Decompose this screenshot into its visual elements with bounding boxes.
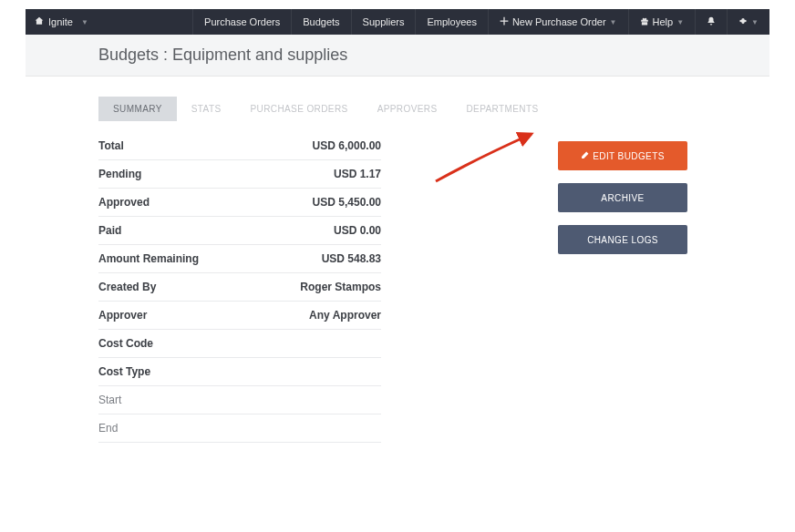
summary-row: Amount RemainingUSD 548.83 [98, 245, 381, 273]
page-header: Budgets : Equipment and supplies [26, 35, 769, 77]
change-logs-button[interactable]: CHANGE LOGS [558, 225, 687, 254]
summary-row: ApprovedUSD 5,450.00 [98, 189, 381, 217]
tab-stats[interactable]: STATS [177, 97, 236, 121]
tab-departments[interactable]: DEPARTMENTS [451, 97, 552, 121]
nav-label: New Purchase Order [512, 16, 606, 27]
archive-button[interactable]: ARCHIVE [558, 183, 687, 212]
summary-row: PaidUSD 0.00 [98, 217, 381, 245]
summary-row: Cost Type [98, 358, 381, 386]
chevron-down-icon: ▼ [81, 18, 88, 26]
nav-purchase-orders[interactable]: Purchase Orders [192, 9, 291, 35]
tabs: SUMMARY STATS PURCHASE ORDERS APPROVERS … [98, 97, 697, 121]
summary-row: Start [98, 386, 381, 414]
summary-label: Paid [98, 224, 121, 237]
summary-label: Amount Remaining [98, 252, 199, 265]
summary-row: End [98, 414, 381, 443]
nav-label: Help [653, 16, 674, 27]
nav-help[interactable]: Help ▼ [628, 9, 696, 35]
brand-menu[interactable]: Ignite ▼ [26, 9, 98, 35]
summary-label: Cost Code [98, 337, 153, 350]
summary-label: Pending [98, 168, 141, 180]
nav-label: Suppliers [363, 16, 405, 27]
summary-label: Approver [98, 309, 147, 322]
summary-label: Total [98, 139, 124, 152]
summary-label: Cost Type [98, 365, 150, 378]
plus-icon [500, 16, 509, 27]
page-title: Budgets : Equipment and supplies [98, 46, 697, 65]
summary-label: Created By [98, 281, 156, 293]
chevron-down-icon: ▼ [610, 18, 617, 26]
home-icon [35, 16, 44, 27]
edit-budgets-button[interactable]: EDIT BUDGETS [558, 141, 687, 170]
summary-label: End [98, 422, 118, 435]
summary-label: Start [98, 394, 121, 406]
button-label: ARCHIVE [601, 193, 644, 203]
summary-value: USD 6,000.00 [313, 139, 381, 152]
bell-icon [707, 16, 716, 27]
chevron-down-icon: ▼ [676, 18, 684, 26]
nav-settings[interactable]: ▼ [727, 9, 769, 35]
content: SUMMARY STATS PURCHASE ORDERS APPROVERS … [26, 77, 769, 443]
gear-icon [738, 16, 748, 27]
nav-notifications[interactable] [695, 9, 727, 35]
chevron-down-icon: ▼ [751, 18, 759, 26]
topbar: Ignite ▼ Purchase Orders Budgets Supplie… [26, 9, 769, 35]
summary-value: USD 5,450.00 [313, 196, 381, 209]
summary-label: Approved [98, 196, 150, 209]
summary-value: Roger Stampos [300, 281, 381, 293]
nav-label: Budgets [303, 16, 339, 27]
summary-row: Created ByRoger Stampos [98, 273, 381, 302]
summary-row: Cost Code [98, 330, 381, 358]
tab-summary[interactable]: SUMMARY [98, 97, 177, 121]
summary-value: USD 0.00 [334, 224, 381, 237]
summary-table: TotalUSD 6,000.00PendingUSD 1.17Approved… [98, 132, 381, 443]
action-buttons: EDIT BUDGETS ARCHIVE CHANGE LOGS [558, 141, 687, 254]
summary-value: USD 1.17 [334, 168, 381, 180]
tab-approvers[interactable]: APPROVERS [363, 97, 452, 121]
summary-row: PendingUSD 1.17 [98, 160, 381, 189]
summary-row: ApproverAny Approver [98, 302, 381, 330]
tab-purchase-orders[interactable]: PURCHASE ORDERS [235, 97, 362, 121]
nav-label: Employees [427, 16, 476, 27]
pencil-icon [581, 151, 589, 161]
summary-value: USD 548.83 [322, 252, 381, 265]
button-label: EDIT BUDGETS [593, 151, 665, 161]
nav-budgets[interactable]: Budgets [291, 9, 350, 35]
nav-label: Purchase Orders [204, 16, 280, 27]
nav-new-purchase-order[interactable]: New Purchase Order ▼ [488, 9, 628, 35]
brand-label: Ignite [48, 16, 73, 27]
gift-icon [640, 16, 649, 27]
nav-employees[interactable]: Employees [415, 9, 487, 35]
summary-row: TotalUSD 6,000.00 [98, 132, 381, 160]
button-label: CHANGE LOGS [587, 235, 658, 245]
summary-value: Any Approver [309, 309, 381, 322]
nav-suppliers[interactable]: Suppliers [351, 9, 416, 35]
